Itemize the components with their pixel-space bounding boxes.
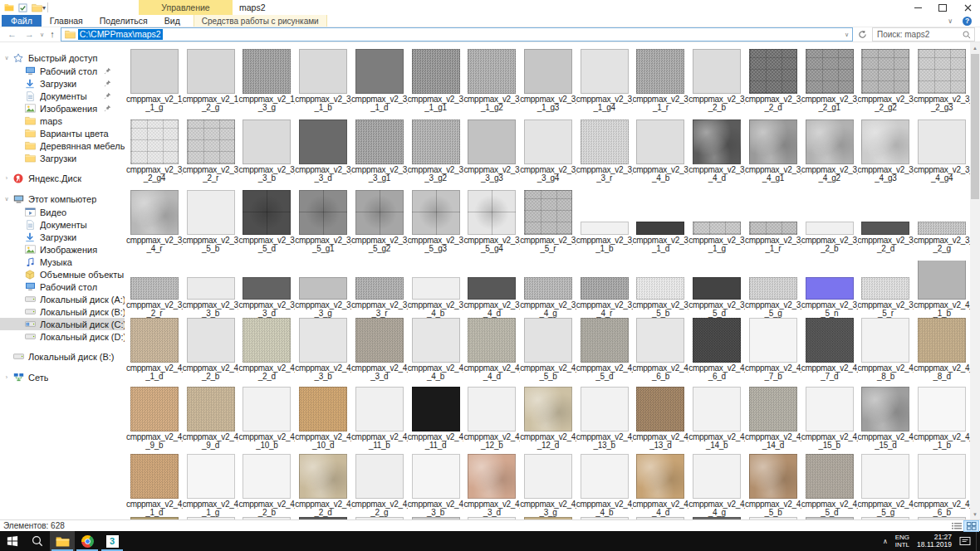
file-item[interactable]: cmppmax_v2_1_3 _2_g bbox=[183, 49, 239, 119]
file-item[interactable]: cmppmax_v2_4_2 _1_b bbox=[914, 387, 970, 454]
file-item[interactable]: cmppmax_v2_4_1 _2_d bbox=[238, 318, 295, 387]
file-item[interactable]: cmppmax_v2_4_2 _2_d bbox=[295, 454, 351, 517]
start-button[interactable] bbox=[0, 531, 25, 551]
file-item[interactable]: cmppmax_v2_3_1 _1_r bbox=[633, 49, 689, 119]
file-item[interactable]: cmppmax_v2_4_2 _3_d bbox=[463, 454, 520, 517]
sidebar-item[interactable]: Локальный диск (B:) bbox=[0, 305, 125, 318]
address-dropdown-icon[interactable]: ∨ bbox=[845, 32, 850, 38]
file-item[interactable]: cmppmax_v2_4_2 _5_b bbox=[745, 454, 801, 517]
taskbar-3dsmax-button[interactable]: 3 bbox=[100, 531, 125, 551]
file-item[interactable]: cmppmax_v2_3_1 _4_g1 bbox=[745, 119, 801, 190]
file-item[interactable]: cmppmax_v2_3_1 _3_g1 bbox=[351, 119, 408, 190]
file-item[interactable]: cmppmax_v2_4_1 _12_b bbox=[463, 387, 520, 454]
sidebar-item[interactable]: Рабочий стол bbox=[0, 280, 125, 293]
scroll-down-icon[interactable]: ▼ bbox=[970, 509, 980, 519]
file-item[interactable]: cmppmax_v2_4_1 _7_b bbox=[745, 318, 801, 387]
sidebar-item[interactable]: Варианты цвета bbox=[0, 127, 125, 139]
search-input[interactable]: Поиск: maps2 bbox=[872, 27, 975, 41]
file-item[interactable]: cmppmax_v2_3_5 _5_n bbox=[801, 261, 858, 318]
file-item[interactable]: cmppmax_v2_3_5 _1_g bbox=[688, 190, 745, 261]
chevron-icon[interactable]: ∨ bbox=[2, 55, 12, 61]
file-item[interactable]: cmppmax_v2_3_1 _2_d bbox=[745, 49, 801, 119]
sidebar-section-header[interactable]: ›Сеть bbox=[0, 370, 125, 384]
sidebar-item[interactable]: Видео bbox=[0, 206, 125, 218]
file-item[interactable]: cmppmax_v2_3_1 _3_d bbox=[295, 119, 351, 190]
maximize-button[interactable] bbox=[930, 0, 955, 15]
file-item[interactable]: cmppmax_v2_4_1 _8_b bbox=[858, 318, 914, 387]
file-item[interactable]: cmppmax_v2_3_5 _5_d bbox=[688, 261, 745, 318]
file-item[interactable]: cmppmax_v2_3_1 _4_g4 bbox=[914, 119, 970, 190]
file-item[interactable]: cmppmax_v2_4_2 _3_b bbox=[408, 454, 464, 517]
file-item[interactable]: cmppmax_v2_4_1 _6_d bbox=[688, 318, 745, 387]
help-icon[interactable]: ? bbox=[963, 17, 972, 26]
file-item[interactable]: cmppmax_v2_1_3 _3_g bbox=[238, 49, 295, 119]
tab-share[interactable]: Поделиться bbox=[91, 15, 156, 27]
checkbox-icon[interactable] bbox=[18, 3, 27, 12]
file-item[interactable]: cmppmax_v2_3_1 _3_g2 bbox=[408, 119, 464, 190]
sidebar-section-header[interactable]: ∨Этот компьютер bbox=[0, 192, 125, 206]
file-item[interactable]: cmppmax_v2_4_1 _12_d bbox=[520, 387, 576, 454]
file-item[interactable]: cmppmax_v2_3_5 _5_g bbox=[745, 261, 801, 318]
taskbar-chrome-button[interactable] bbox=[75, 531, 100, 551]
sidebar-item[interactable]: Музыка bbox=[0, 256, 125, 268]
address-input[interactable]: C:\CMPPmax\maps2 ∨ bbox=[61, 27, 853, 41]
file-item[interactable]: cmppmax_v2_4_1 _9_b bbox=[126, 387, 183, 454]
sidebar-item[interactable]: maps bbox=[0, 115, 125, 127]
file-item[interactable]: cmppmax_v2_4_2 _2_g bbox=[351, 454, 408, 517]
file-item[interactable]: cmppmax_v2_3_5 _2_r bbox=[126, 261, 183, 318]
chevron-icon[interactable]: ∨ bbox=[2, 196, 12, 202]
file-item[interactable]: cmppmax_v2_3_5 _1_b bbox=[576, 190, 633, 261]
file-item[interactable]: cmppmax_v2_3_1 _4_d bbox=[688, 119, 745, 190]
file-item[interactable]: cmppmax_v2_4_1 _5_d bbox=[576, 318, 633, 387]
explorer-icon[interactable] bbox=[4, 3, 14, 12]
clock[interactable]: 21:27 18.11.2019 bbox=[917, 534, 952, 549]
file-item[interactable]: cmppmax_v2_4_1 _6_b bbox=[633, 318, 689, 387]
file-item[interactable]: cmppmax_v2_3_5 _5_r bbox=[858, 261, 914, 318]
file-item[interactable]: cmppmax_v2_4_2 _1_d bbox=[126, 454, 183, 517]
tray-chevron-icon[interactable]: ∧ bbox=[883, 538, 888, 545]
file-item[interactable]: cmppmax_v2_4_1 _10_d bbox=[295, 387, 351, 454]
file-item[interactable]: cmppmax_v2_4_1 _11_d bbox=[408, 387, 464, 454]
file-item[interactable]: cmppmax_v2_4_1 _14_d bbox=[745, 387, 801, 454]
file-item[interactable]: cmppmax_v2_4_2 _4_b bbox=[576, 454, 633, 517]
file-item[interactable]: cmppmax_v2_3_5 _3_d bbox=[238, 261, 295, 318]
search-icon[interactable] bbox=[963, 31, 974, 39]
file-item[interactable]: cmppmax_v2_1_3 _1_g bbox=[126, 49, 183, 119]
file-item[interactable]: cmppmax_v2_3_1 _5_d bbox=[238, 190, 295, 261]
file-item[interactable]: cmppmax_v2_3_5 _4_r bbox=[576, 261, 633, 318]
sidebar-item[interactable]: Загрузки bbox=[0, 231, 125, 243]
file-item[interactable]: cmppmax_v2_4_1 _1_b bbox=[914, 261, 970, 318]
sidebar-item[interactable]: Локальный диск (C:) bbox=[0, 318, 125, 330]
sidebar-item[interactable]: Локальный диск (A:) bbox=[0, 293, 125, 305]
tab-home[interactable]: Главная bbox=[42, 15, 91, 27]
sidebar-item[interactable]: Документы bbox=[0, 90, 125, 102]
show-desktop-button[interactable] bbox=[976, 531, 980, 551]
scroll-up-icon[interactable]: ▲ bbox=[970, 42, 980, 53]
file-item[interactable]: cmppmax_v2_3_1 _1_g1 bbox=[408, 49, 464, 119]
file-item[interactable]: cmppmax_v2_4_1 _11_b bbox=[351, 387, 408, 454]
sidebar-item[interactable]: Документы bbox=[0, 218, 125, 231]
recent-locations-icon[interactable]: ∨ bbox=[40, 32, 44, 38]
details-view-button[interactable] bbox=[949, 521, 963, 531]
file-item[interactable]: cmppmax_v2_3_5 _5_b bbox=[633, 261, 689, 318]
file-item[interactable]: cmppmax_v2_4_1 _1_d bbox=[126, 318, 183, 387]
chevron-icon[interactable]: › bbox=[2, 175, 12, 181]
tab-picture-tools[interactable]: Средства работы с рисунками bbox=[194, 15, 327, 27]
file-item[interactable]: cmppmax_v2_3_1 _4_b bbox=[633, 119, 689, 190]
file-item[interactable]: cmppmax_v2_3_1 _3_r bbox=[576, 119, 633, 190]
sidebar-item[interactable]: Локальный диск (D:) bbox=[0, 330, 125, 343]
qat-dropdown-icon[interactable]: ▾ bbox=[42, 4, 46, 12]
file-item[interactable]: cmppmax_v2_4_1 _10_b bbox=[238, 387, 295, 454]
file-item[interactable]: cmppmax_v2_4_1 _2_b bbox=[183, 318, 239, 387]
file-item[interactable]: cmppmax_v2_3_5 _3_b bbox=[183, 261, 239, 318]
tab-file[interactable]: Файл bbox=[2, 15, 42, 27]
vertical-scrollbar[interactable]: ▲ ▼ bbox=[970, 42, 980, 519]
file-item[interactable]: cmppmax_v2_4_1 _9_d bbox=[183, 387, 239, 454]
file-item[interactable]: cmppmax_v2_4_1 _13_b bbox=[576, 387, 633, 454]
file-item[interactable]: cmppmax_v2_3_1 _1_d bbox=[351, 49, 408, 119]
file-item[interactable]: cmppmax_v2_3_1 _5_g3 bbox=[408, 190, 464, 261]
file-item[interactable]: cmppmax_v2_4_1 _3_b bbox=[295, 318, 351, 387]
sidebar-item[interactable]: Объемные объекты bbox=[0, 268, 125, 280]
file-item[interactable]: cmppmax_v2_4_1 _14_b bbox=[688, 387, 745, 454]
file-item[interactable]: cmppmax_v2_4_2 _2_b bbox=[238, 454, 295, 517]
